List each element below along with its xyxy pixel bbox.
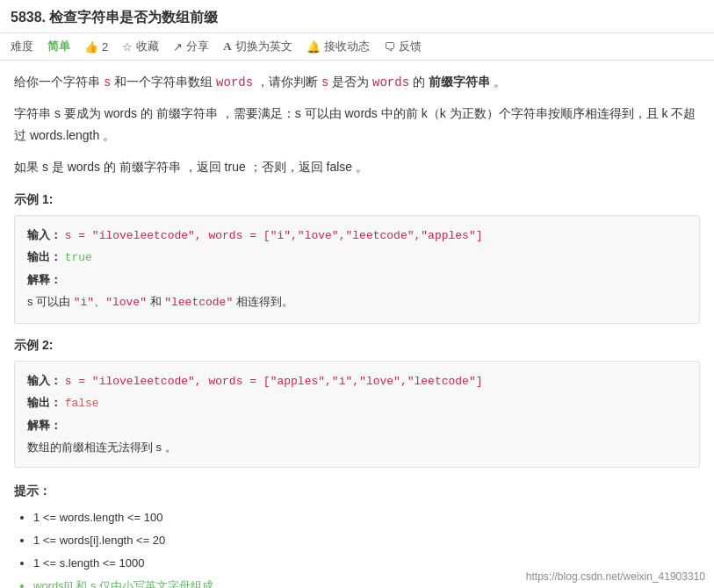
bell-icon: 🔔 [307,40,321,54]
definition-block: 字符串 s 要成为 words 的 前缀字符串 ，需要满足：s 可以由 word… [14,103,700,147]
example1-input-label: 输入： [27,228,61,241]
example2-box: 输入： s = "iloveleetcode", words = ["apple… [14,361,700,469]
share-button[interactable]: ↗ 分享 [173,39,209,54]
example2-explain-text: 数组的前缀相连无法得到 s 。 [27,437,687,459]
difficulty-easy[interactable]: 简单 [47,39,70,54]
hint-item: 1 <= words.length <= 100 [33,506,700,529]
like-count: 2 [102,40,108,54]
content: 给你一个字符串 s 和一个字符串数组 words ，请你判断 s 是否为 wor… [0,61,714,588]
example1-explain-label: 解释： [27,273,61,286]
star-icon: ☆ [122,40,133,54]
example2-input-label: 输入： [27,374,61,387]
footer-url: https://blog.csdn.net/weixin_41903310 [526,570,705,583]
toolbar: 难度 简单 👍 2 ☆ 收藏 ↗ 分享 A 切换为英文 🔔 接收动态 🗨 反馈 [0,33,714,61]
example1-title: 示例 1: [14,192,700,208]
difficulty-label: 难度 [11,39,33,54]
example1-output-label: 输出： [27,250,61,263]
notify-button[interactable]: 🔔 接收动态 [307,39,370,54]
page-title: 5838. 检查字符串是否为数组前缀 [0,0,714,33]
example1-box: 输入： s = "iloveleetcode", words = ["i","l… [14,215,700,324]
example2-input-val: s = "iloveleetcode", words = ["apples","… [65,375,483,388]
example1-input-val: s = "iloveleetcode", words = ["i","love"… [65,229,483,242]
example2-title: 示例 2: [14,338,700,354]
hint-item: 1 <= words[i].length <= 20 [33,529,700,552]
feedback-button[interactable]: 🗨 反馈 [384,39,422,54]
share-icon: ↗ [173,40,183,54]
example2-output-val: false [65,397,99,410]
translate-icon: A [223,39,231,54]
problem-description: 给你一个字符串 s 和一个字符串数组 words ，请你判断 s 是否为 wor… [14,71,700,94]
feedback-icon: 🗨 [384,40,395,54]
example2-explain-label: 解释： [27,419,61,432]
translate-button[interactable]: A 切换为英文 [223,39,292,54]
result-block: 如果 s 是 words 的 前缀字符串 ，返回 true ；否则，返回 fal… [14,156,700,178]
example1-output-val: true [65,251,92,264]
example1-explain-text: s 可以由 "i"、"love" 和 "leetcode" 相连得到。 [27,291,687,314]
hints-title: 提示： [14,484,700,499]
like-icon[interactable]: 👍 2 [84,40,108,54]
example2-output-label: 输出： [27,396,61,409]
collect-button[interactable]: ☆ 收藏 [122,39,159,54]
